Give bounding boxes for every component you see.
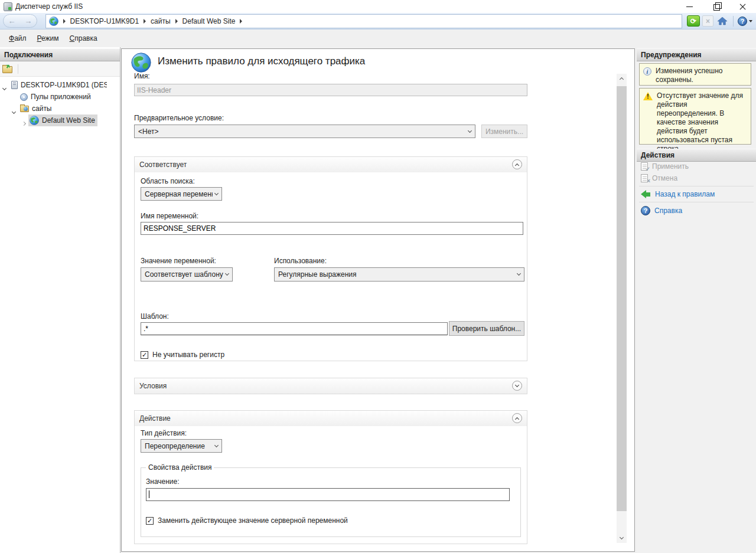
home-icon[interactable] [716,15,729,27]
address-bar: ← → DESKTOP-U1MK9D1 сайты Default Web Si… [0,13,756,30]
info-icon: i [643,67,651,76]
pattern-input[interactable] [141,322,448,335]
globe-icon [49,17,58,26]
chevron-right-icon [240,19,242,24]
help-icon: ? [738,17,747,26]
edit-rule-form: Изменить правило для исходящего трафика … [121,48,635,552]
app-pools-icon [20,93,28,101]
info-alert-text: Изменения успешно сохранены. [656,67,748,82]
scope-select[interactable]: Серверная переменн [141,187,222,201]
help-icon: ? [641,206,650,215]
chevron-down-icon [749,20,752,22]
replace-value-checkbox[interactable]: ✓ Заменить действующее значение серверно… [146,516,348,525]
chevron-down-icon [214,443,219,447]
back-to-rules-link[interactable]: Назад к правилам [637,188,756,200]
scrollbar-thumb[interactable] [617,86,627,511]
tree-label: Пулы приложений [31,93,91,101]
ignore-case-checkbox[interactable]: ✓ Не учитывать регистр [141,351,224,359]
back-arrow-icon [641,190,651,198]
warning-glyph: ! [643,93,653,100]
chevron-expanded-icon[interactable] [3,83,6,91]
action-properties-title: Свойства действия [146,463,214,472]
text-caret [149,490,149,498]
separator [639,186,754,186]
scrollbar[interactable] [617,74,627,543]
chevron-expanded-icon[interactable] [12,107,15,115]
close-button[interactable] [729,0,756,13]
check-icon: ✓ [646,166,650,172]
variable-value-label: Значение переменной: [141,257,216,265]
breadcrumb-item-server[interactable]: DESKTOP-U1MK9D1 [70,17,139,25]
selected-tree-item[interactable]: Default Web Site [28,114,97,126]
test-pattern-button[interactable]: Проверить шаблон... [449,321,524,336]
action-properties-group: Свойства действия Значение: ✓ Заменить д… [141,467,521,537]
menu-mode[interactable]: Режим [32,32,64,45]
tree-item-app-pools[interactable]: Пулы приложений [0,91,120,103]
collapse-section-button[interactable] [512,159,522,169]
conditions-section-title: Условия [139,382,167,390]
action-type-select[interactable]: Переопределение [141,439,222,453]
menu-bar: Файл Режим Справка [0,30,756,47]
menu-help[interactable]: Справка [64,32,103,45]
stop-icon: × [702,15,713,27]
restore-button[interactable] [703,0,729,13]
tree-item-server[interactable]: DESKTOP-U1MK9D1 (DESKTOP [0,79,120,91]
info-alert: i Изменения успешно сохранены. [639,63,751,86]
minimize-button[interactable] [676,0,703,13]
page-title: Изменить правило для исходящего трафика [158,55,365,67]
window-title: Диспетчер служб IIS [15,2,83,11]
action-section: Действие Тип действия: Переопределение С… [134,410,527,544]
precondition-select[interactable]: <Нет> [134,125,475,138]
back-icon[interactable]: ← [8,17,15,25]
cancel-button: × Отмена [637,172,756,184]
tree-item-default-web-site[interactable]: Default Web Site [0,114,120,126]
menu-file[interactable]: Файл [4,32,32,45]
refresh-icon[interactable]: ⟳ [687,15,700,27]
content-area: Подключения DESKTOP-U1MK9D1 (DESKTOP Пул… [0,47,756,553]
help-menu-button[interactable]: ? [738,17,756,26]
using-value: Регулярные выражения [278,270,515,279]
page-globe-icon [131,53,151,73]
actions-header: Действия [637,149,756,162]
save-connection-icon[interactable] [2,66,12,73]
back-to-rules-label: Назад к правилам [655,190,715,198]
chevron-down-icon [225,271,229,276]
checkbox-icon[interactable]: ✓ [146,517,154,525]
checkbox-icon[interactable]: ✓ [141,351,148,359]
chevron-right-icon [63,19,66,24]
breadcrumb[interactable]: DESKTOP-U1MK9D1 сайты Default Web Site [45,14,682,28]
tree-item-sites[interactable]: сайты [0,103,120,114]
action-type-label: Тип действия: [141,429,187,437]
expand-section-button[interactable] [512,381,522,391]
chevron-collapsed-icon[interactable] [22,119,25,127]
precondition-label: Предварительное условие: [134,114,224,122]
using-select[interactable]: Регулярные выражения [274,267,524,282]
breadcrumb-item-site[interactable]: Default Web Site [183,17,236,25]
server-icon [11,81,18,89]
warning-alert-text: Отсутствует значение для действия переоп… [657,91,748,141]
name-label: Имя: [134,72,150,80]
toolbar-separator [18,64,18,74]
variable-name-label: Имя переменной: [141,212,198,220]
breadcrumb-item-sites[interactable]: сайты [151,17,171,25]
value-input[interactable] [146,488,510,501]
connections-toolbar [0,61,120,77]
scope-value: Серверная переменн [145,190,213,198]
forward-icon[interactable]: → [24,17,32,25]
ignore-case-label: Не учитывать регистр [152,351,224,359]
chevron-down-icon [517,271,521,276]
scroll-up-button[interactable] [617,74,627,84]
action-section-header: Действие [135,411,527,426]
value-label: Значение: [146,477,180,486]
collapse-section-button[interactable] [512,413,522,423]
name-input [134,84,527,96]
cancel-icon: × [641,174,648,182]
warning-icon: ! [643,92,653,100]
apply-button: ✓ Применить [637,161,756,172]
variable-name-input[interactable] [141,222,523,235]
help-link[interactable]: ? Справка [637,204,756,217]
variable-value-select[interactable]: Соответствует шаблону [141,267,233,282]
match-section-header: Соответствует [135,157,527,172]
scroll-down-button[interactable] [617,533,627,543]
replace-value-label: Заменить действующее значение серверной … [158,516,348,525]
